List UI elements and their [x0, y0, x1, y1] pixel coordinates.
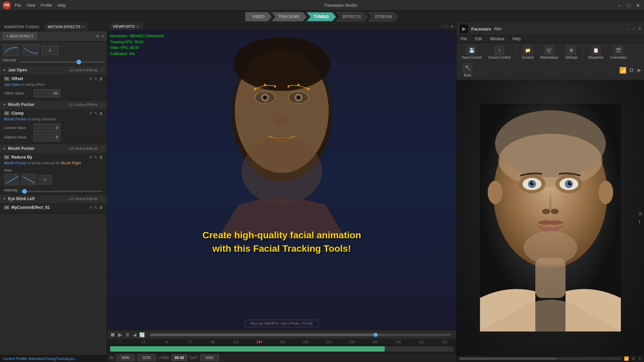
nav-step-effects[interactable]: EFFECTS	[336, 12, 368, 21]
ue-menu-help[interactable]: Help	[511, 36, 522, 42]
highest-value-input[interactable]	[34, 133, 60, 141]
panel-close-icon[interactable]: ✕	[101, 34, 104, 39]
ue-marketplace-button[interactable]: 🛒 Marketplace	[538, 44, 561, 61]
menu-help[interactable]: Help	[57, 3, 66, 8]
in-value-input[interactable]	[116, 354, 135, 361]
viewport-tab-close-icon[interactable]: ✕	[136, 25, 139, 28]
ue-settings-button[interactable]: ⚙ Settings	[562, 44, 580, 61]
curve-row: 2	[3, 44, 104, 56]
ue-cinematics-button[interactable]: 🎬 Cinematics	[607, 44, 629, 61]
ue-blueprints-button[interactable]: 📋 Blueprints	[586, 44, 606, 61]
ue-save-icon: 💾	[467, 46, 476, 55]
edit-icon-reduce[interactable]: ✎	[94, 155, 97, 160]
intensity-slider[interactable]	[19, 61, 104, 63]
ue-minimize-btn[interactable]: –	[628, 26, 630, 31]
panel-settings-icon[interactable]: ⚙	[96, 34, 99, 39]
viewport-max-icon[interactable]: □	[446, 24, 448, 29]
effect-group-eye-header[interactable]: ▼ Eye Blink Left - 1/1 Active Effects ⋮	[0, 194, 107, 203]
edit-icon-offset[interactable]: ✎	[94, 77, 97, 81]
ruler-288: 288	[387, 340, 410, 344]
menu-file[interactable]: File	[15, 3, 21, 8]
delete-icon-reduce[interactable]: 🗑	[99, 155, 103, 160]
eye-arrow-icon: ▼	[3, 197, 6, 201]
refresh-icon-reduce[interactable]: ↺	[89, 155, 92, 160]
pause-button[interactable]: ⏸	[125, 332, 130, 338]
ue-send-icon[interactable]: ➤	[636, 67, 641, 74]
ue-build-button[interactable]: 🔨 Build	[459, 62, 476, 78]
effect-group-clamp-header[interactable]: ▼ Mouth Pucker - 1/1 Active Effects ⋮	[0, 100, 107, 109]
delete-icon-offset[interactable]: 🗑	[99, 77, 103, 81]
ue-gear-bottom-icon[interactable]: ⚙	[632, 356, 635, 361]
ue-toolbar-sep2	[583, 46, 583, 59]
refresh-icon-custom[interactable]: ↺	[89, 205, 92, 210]
reduce-group-menu-icon[interactable]: ⋮	[100, 146, 104, 151]
ue-save-current-button[interactable]: 💾 Save Current	[459, 44, 484, 61]
current-frame-input[interactable]	[138, 354, 156, 361]
effect-group-jaw-header[interactable]: ▼ Jaw Open - 1/1 Active Effects ⋮	[0, 66, 107, 74]
ue-signal-bottom-icon[interactable]: 📶	[624, 356, 629, 361]
stop-button[interactable]: ⏹	[110, 332, 115, 338]
ue-menu-file[interactable]: File	[459, 36, 468, 42]
effect-item-custom: fx MyCustomEffect_01 ↺ ✎ 🗑	[0, 203, 107, 213]
new-effect-button[interactable]: + NEW EFFECT	[3, 33, 37, 40]
timeline-track[interactable]	[110, 346, 453, 352]
rate-value-input[interactable]	[38, 175, 52, 184]
jaw-group-menu-icon[interactable]: ⋮	[100, 68, 104, 72]
offset-value-input[interactable]	[34, 89, 60, 97]
prev-frame-button[interactable]: ◀	[133, 332, 137, 338]
lowest-value-input[interactable]	[34, 124, 60, 132]
menu-view[interactable]: View	[26, 3, 35, 8]
curve-thumb-2[interactable]	[22, 44, 39, 56]
delete-icon-clamp[interactable]: 🗑	[99, 111, 103, 116]
nav-step-stream[interactable]: STREAM	[368, 12, 399, 21]
ue-marketplace-icon: 🛒	[545, 46, 554, 55]
timeline-slider[interactable]	[150, 334, 451, 336]
ue-signal-icon[interactable]: 📶	[619, 67, 627, 74]
nav-step-tracking[interactable]: TRACKING	[271, 12, 307, 21]
effect-group-reduce-header[interactable]: ▼ Mouth Pucker - 1/1 Active Effects ⋮	[0, 144, 107, 153]
effect-header-offset: fx Offset ↺ ✎ 🗑	[4, 76, 103, 81]
clamp-group-menu-icon[interactable]: ⋮	[100, 102, 104, 107]
ue-source-control-button[interactable]: ↕ Source Control	[486, 44, 514, 61]
refresh-icon-offset[interactable]: ↺	[89, 77, 92, 81]
viewport-tab[interactable]: VIEWPORTS ✕	[109, 23, 143, 30]
out-value-input[interactable]	[200, 354, 219, 361]
ue-maximize-btn[interactable]: □	[633, 26, 635, 31]
effect-header-custom: fx MyCustomEffect_01 ↺ ✎ 🗑	[4, 205, 103, 210]
maximize-button[interactable]: □	[625, 2, 632, 9]
nav-step-video[interactable]: VIDEO	[245, 12, 272, 21]
tab-animation-tuning[interactable]: ANIMATION TUNING	[0, 23, 44, 31]
recalibrate-button[interactable]: RECALIBRATE NEUTRAL POSE	[245, 320, 319, 327]
close-button[interactable]: ✕	[635, 2, 641, 9]
timeline-track-container	[107, 345, 456, 353]
tab-motion-effects[interactable]: MOTION EFFECTS ✕	[44, 23, 89, 31]
rate-thumb-1[interactable]	[4, 174, 19, 185]
edit-icon-custom[interactable]: ✎	[94, 205, 97, 210]
refresh-icon-clamp[interactable]: ↺	[89, 111, 92, 116]
loop-button[interactable]: 🔄	[139, 332, 145, 338]
curve-value-box[interactable]: 2	[42, 46, 58, 55]
reduce-intensity-slider[interactable]	[20, 191, 103, 192]
ue-menu-window[interactable]: Window	[489, 36, 506, 42]
edit-icon-clamp[interactable]: ✎	[94, 111, 97, 116]
ue-layers-icon[interactable]: ⧉	[629, 67, 634, 74]
ue-info-sidebar-icon[interactable]: ℹ	[639, 219, 643, 224]
viewport-close-icon[interactable]: ✕	[450, 24, 453, 29]
eye-group-menu-icon[interactable]: ⋮	[100, 196, 104, 201]
effect-item-clamp: fx Clamp ↺ ✎ 🗑 Mouth Pucker is being cla…	[0, 109, 107, 144]
ue-close-bottom-icon[interactable]: ✕	[638, 356, 641, 361]
ue-layers-sidebar-icon[interactable]: ⊞	[639, 211, 643, 216]
minimize-button[interactable]: –	[616, 2, 623, 9]
menu-profile[interactable]: Profile	[41, 3, 52, 8]
curve-thumb-1[interactable]	[3, 44, 19, 56]
ue-close-btn[interactable]: ✕	[638, 26, 641, 31]
tab-close-icon[interactable]: ✕	[82, 25, 85, 29]
ue-content-button[interactable]: 📁 Content	[519, 44, 536, 61]
viewport-min-icon[interactable]: –	[441, 24, 444, 29]
rate-thumb-2[interactable]	[21, 174, 36, 185]
nav-step-tuning[interactable]: TUNING	[307, 12, 336, 21]
play-button[interactable]: ▶	[118, 331, 122, 338]
ruler-24: 24	[132, 340, 155, 344]
ue-menu-edit[interactable]: Edit	[474, 36, 483, 42]
delete-icon-custom[interactable]: 🗑	[99, 205, 103, 210]
